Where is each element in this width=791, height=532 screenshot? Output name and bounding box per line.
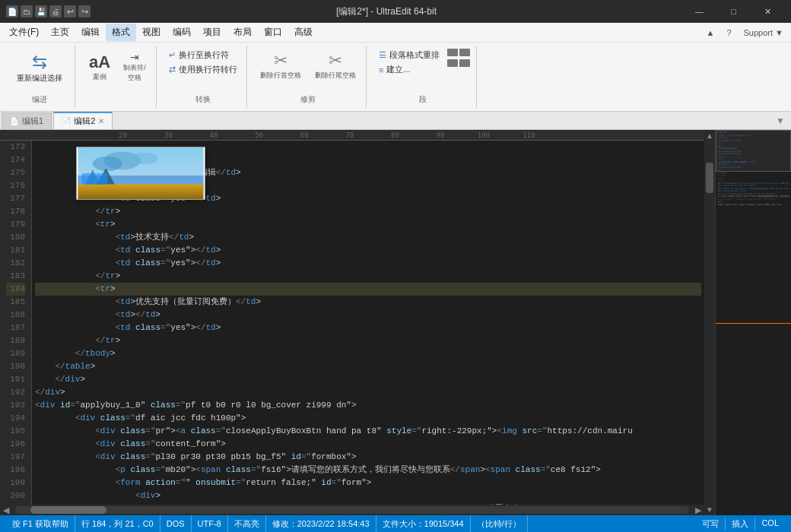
scroll-right-btn[interactable]: ▶ <box>692 505 704 515</box>
minimize-button[interactable]: — <box>682 0 716 23</box>
save-icon[interactable]: 💾 <box>35 5 47 17</box>
menu-advanced[interactable]: 高级 <box>288 24 319 41</box>
line-numbers: 1731741751761771781791801811821831841851… <box>0 141 32 505</box>
tabspace-label: 制表符/空格 <box>123 63 146 83</box>
status-line-ending[interactable]: DOS <box>160 515 192 532</box>
ribbon-group-case: aA 案例 ⇥ 制表符/空格 <box>78 46 157 108</box>
reindent-button[interactable]: ⇆ 重新编进选择 <box>11 49 68 87</box>
close-button[interactable]: ✕ <box>751 0 785 23</box>
status-filesize: 文件大小：19015/344 <box>376 515 471 532</box>
code-line[interactable]: <div id="applybuy_1_0" class="pf t0 b0 r… <box>35 399 701 412</box>
code-line[interactable]: </tr> <box>35 270 701 283</box>
h-scrollbar[interactable]: ◀ ▶ <box>0 505 704 515</box>
menu-code[interactable]: 编码 <box>167 24 197 41</box>
menu-layout[interactable]: 布局 <box>227 24 258 41</box>
svg-point-4 <box>131 153 157 165</box>
h-scroll-track[interactable] <box>15 506 689 514</box>
v-scrollbar[interactable]: ▲ ▼ <box>704 130 715 515</box>
code-line[interactable]: <td></td> <box>35 309 701 321</box>
v-scroll-thumb[interactable] <box>706 163 713 193</box>
maximize-button[interactable]: □ <box>716 0 751 23</box>
tabspace-btn[interactable]: ⇥ 制表符/空格 <box>119 49 150 85</box>
code-line[interactable]: <td class="yes"></td> <box>35 257 701 270</box>
align-center-btn[interactable] <box>459 49 470 56</box>
code-line[interactable]: <form action="" onsubmit="return false;"… <box>35 477 701 489</box>
tab-edit2-close[interactable]: ✕ <box>98 117 104 125</box>
tab-edit2[interactable]: 📄 编辑2 ✕ <box>53 112 113 129</box>
svg-rect-5 <box>78 185 203 199</box>
print-icon[interactable]: 🖨 <box>49 5 62 17</box>
menu-edit[interactable]: 编辑 <box>75 24 106 41</box>
h-scroll-thumb[interactable] <box>30 506 106 514</box>
code-line[interactable]: </div> <box>35 386 701 399</box>
menu-format[interactable]: 格式 <box>106 24 136 41</box>
redo-icon[interactable]: ↪ <box>78 5 91 17</box>
menu-window[interactable]: 窗口 <box>258 24 288 41</box>
code-line[interactable]: <div class="df aic jcc fdc h100p"> <box>35 412 701 425</box>
para-reformat-btn[interactable]: ☰ 段落格式重排 <box>376 49 443 62</box>
code-line[interactable]: <input type="text" name="company" class=… <box>35 502 701 505</box>
menu-file[interactable]: 文件(F) <box>3 24 45 41</box>
case-btn[interactable]: aA 案例 <box>84 50 115 84</box>
collapse-ribbon-btn[interactable]: ▲ <box>702 27 720 39</box>
code-editor-wrapper: 20 30 40 50 60 70 80 90 100 110 <box>0 130 704 515</box>
code-line[interactable]: </tbody> <box>35 347 701 360</box>
open-icon[interactable]: 🗀 <box>21 5 33 17</box>
help-icon[interactable]: ? <box>722 27 735 39</box>
window-controls[interactable]: — □ ✕ <box>682 0 785 23</box>
tab-edit1-label: 编辑1 <box>22 116 43 127</box>
to-linebreak-btn[interactable]: ↵ 换行至换行符 <box>166 49 240 62</box>
code-line[interactable]: </tr> <box>35 334 701 347</box>
align-right-btn[interactable] <box>447 59 458 67</box>
undo-icon[interactable]: ↩ <box>64 5 76 17</box>
align-left-btn[interactable] <box>447 49 458 56</box>
trim-leading-btn[interactable]: ✂ 删除行首空格 <box>256 49 305 83</box>
status-mode2[interactable]: 插入 <box>726 518 755 530</box>
scroll-down-btn[interactable]: ▼ <box>706 505 713 514</box>
scroll-up-btn[interactable]: ▲ <box>706 131 713 140</box>
code-line[interactable]: <div class="pr"><a class="closeApplyBuyB… <box>35 425 701 438</box>
code-line[interactable]: <tr> <box>35 218 701 231</box>
align-btns-group <box>447 49 470 67</box>
convert-actions: ↵ 换行至换行符 ⇄ 使用换行符转行 <box>166 49 240 76</box>
menu-home[interactable]: 主页 <box>45 24 75 41</box>
trim-leading-label: 删除行首空格 <box>260 71 301 81</box>
menu-project[interactable]: 项目 <box>197 24 227 41</box>
code-line[interactable]: <div> <box>35 489 701 502</box>
ruler: 20 30 40 50 60 70 80 90 100 110 <box>0 130 704 141</box>
status-col[interactable]: COL <box>755 518 785 527</box>
code-line[interactable]: </div> <box>35 373 701 386</box>
support-btn[interactable]: Support ▼ <box>739 27 788 39</box>
tab-list-btn[interactable]: ▼ <box>770 113 791 128</box>
trim-trailing-btn[interactable]: ✂ 删除行尾空格 <box>311 49 360 83</box>
menu-view[interactable]: 视图 <box>136 24 167 41</box>
para-build-btn[interactable]: ≡ 建立... <box>376 63 443 76</box>
code-line[interactable]: <td class="yes"></td> <box>35 321 701 334</box>
status-right: 可写 插入 COL <box>696 518 785 530</box>
code-line[interactable]: <td>技术支持</td> <box>35 231 701 244</box>
scroll-left-btn[interactable]: ◀ <box>0 505 12 515</box>
code-line[interactable]: <td class="yes"></td> <box>35 244 701 257</box>
status-position[interactable]: 行 184，列 21，C0 <box>75 515 160 532</box>
window-title: [编辑2*] - UltraEdit 64-bit <box>336 5 437 18</box>
code-line[interactable]: <tr> <box>35 283 701 296</box>
toolbar-icons[interactable]: 📄 🗀 💾 🖨 ↩ ↪ <box>6 5 91 17</box>
align-justify-btn[interactable] <box>459 59 470 67</box>
tab-edit1[interactable]: 📄 编辑1 <box>2 112 52 129</box>
status-highlight[interactable]: 不高亮 <box>228 515 266 532</box>
code-line[interactable]: </table> <box>35 360 701 373</box>
status-mode1[interactable]: 可写 <box>696 518 726 530</box>
para-build-icon: ≡ <box>379 65 383 74</box>
mini-map-viewport[interactable] <box>716 130 791 172</box>
code-line[interactable]: <div class="pl30 pr30 pt30 pb15 bg_f5" i… <box>35 451 701 464</box>
code-line[interactable]: <p class="mb20"><span class="fs16">请填写您的… <box>35 464 701 477</box>
code-line[interactable]: <td>优先支持（批量订阅免费）</td> <box>35 296 701 309</box>
code-line[interactable]: <div class="content_form"> <box>35 438 701 451</box>
use-linebreak-icon: ⇄ <box>169 65 176 74</box>
ribbon-group-indent: ⇆ 重新编进选择 编进 <box>5 46 75 108</box>
code-line[interactable]: </tr> <box>35 205 701 218</box>
use-linebreak-btn[interactable]: ⇄ 使用换行符转行 <box>166 63 240 76</box>
code-body[interactable]: 1731741751761771781791801811821831841851… <box>0 141 704 505</box>
status-encoding[interactable]: UTF-8 <box>192 515 228 532</box>
new-icon[interactable]: 📄 <box>6 5 18 17</box>
